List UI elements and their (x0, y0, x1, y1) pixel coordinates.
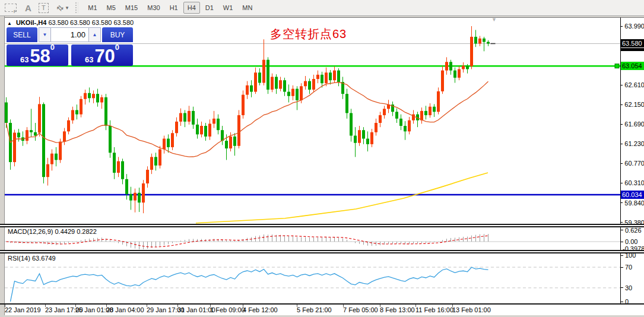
price-tick: 60.770 (621, 160, 644, 167)
chevron-down-icon[interactable]: ▾ (66, 5, 69, 11)
collapse-triangle-icon[interactable]: ▲ (7, 21, 12, 26)
ask-big-figure: 63 (85, 55, 93, 64)
ask-price-display[interactable]: 63 70 0 (71, 45, 133, 66)
timeframe-button-h1[interactable]: H1 (166, 2, 182, 14)
macd-axis-tick: 0.00 (621, 238, 644, 245)
buy-button[interactable]: BUY (102, 27, 133, 42)
sell-button[interactable]: SELL (7, 27, 37, 42)
partial-price-badge (621, 48, 644, 51)
time-label: 8 Feb 13:00 (380, 306, 415, 313)
rsi-axis-tick: 70 (621, 264, 644, 271)
time-label: 7 Feb 05:00 (343, 306, 378, 313)
symbol-title: UKOil-,H4 (16, 19, 46, 26)
bid-big-figure: 63 (20, 55, 28, 64)
rsi-line (11, 267, 488, 302)
chart-shift-marker-icon[interactable]: ▼ (491, 17, 497, 23)
toolbar-separator (75, 2, 78, 13)
current-price-badge: 63.580 (621, 39, 644, 47)
time-label: 13 Feb 01:00 (452, 306, 491, 313)
text-label-tool-icon[interactable]: A (25, 3, 31, 13)
ohlc-quotes: 63.580 63.580 63.580 63.580 (48, 19, 134, 26)
panel-splitter[interactable] (0, 250, 644, 253)
resistance-price-badge: 63.054 (621, 62, 644, 70)
bid-price-display[interactable]: 63 58 0 (7, 45, 68, 66)
timeframe-button-w1[interactable]: W1 (219, 2, 237, 14)
rsi-indicator-label: RSI(14) 63.6749 (8, 255, 56, 262)
timeframe-button-m5[interactable]: M5 (103, 2, 120, 14)
text-tool-icon[interactable]: T (39, 3, 49, 13)
arrow-objects-icon[interactable]: ⇄ (57, 4, 64, 12)
volume-input[interactable]: 1.00 (51, 27, 88, 42)
ask-pips: 70 (94, 49, 115, 64)
rsi-axis-tick: 30 (621, 284, 644, 291)
chinese-annotation: 多空转折点63 (270, 26, 347, 42)
template-frame-icon[interactable]: F (5, 4, 17, 12)
chart-header: ▲ UKOil-,H4 63.580 63.580 63.580 63.580 (7, 19, 134, 26)
window-left-frame (0, 16, 5, 317)
macd-axis-tick: 0.626 (621, 227, 644, 234)
bid-pipette: 0 (50, 45, 55, 50)
price-tick: 63.990 (621, 23, 644, 30)
rsi-chart (5, 253, 620, 303)
ask-pipette: 0 (115, 45, 119, 50)
timeframe-button-m1[interactable]: M1 (84, 2, 101, 14)
time-label: 22 Jan 2019 (5, 306, 41, 313)
price-tick: 60.310 (621, 179, 644, 186)
timeframe-bar: M1M5M15M30H1H4D1W1MN (83, 2, 257, 14)
price-tick: 61.230 (621, 140, 644, 147)
hline-handle[interactable] (615, 64, 619, 68)
timeframe-button-m15[interactable]: M15 (121, 2, 142, 14)
time-label: 4 Feb 12:00 (243, 306, 278, 313)
price-tick: 61.690 (621, 121, 644, 128)
macd-chart (5, 227, 620, 250)
price-tick: 62.150 (621, 101, 644, 108)
timeframe-button-mn[interactable]: MN (238, 2, 256, 14)
time-label: 5 Feb 21:00 (297, 306, 332, 313)
time-label: 11 Feb 16:00 (415, 306, 453, 313)
time-label: 28 Jan 04:00 (106, 306, 144, 313)
timeframe-button-d1[interactable]: D1 (201, 2, 218, 14)
volume-up-button[interactable]: ▲ (88, 27, 101, 42)
toolbar: F A T ⇄ ▾ M1M5M15M30H1H4D1W1MN (0, 0, 644, 16)
timeframe-button-m30[interactable]: M30 (143, 2, 164, 14)
price-tick: 62.610 (621, 81, 644, 88)
price-tick: 59.840 (621, 199, 644, 207)
bid-pips: 58 (30, 49, 50, 64)
slow-ma-line (196, 173, 488, 223)
time-label: 1 Feb 09:00 (210, 306, 245, 313)
support-price-badge: 60.034 (621, 191, 644, 199)
macd-indicator-label: MACD(12,26,9) 0.4429 0.2822 (8, 228, 97, 235)
panel-splitter (0, 303, 644, 305)
volume-down-button[interactable]: ▼ (39, 27, 51, 42)
panel-splitter[interactable] (0, 224, 644, 227)
mt4-window: F A T ⇄ ▾ M1M5M15M30H1H4D1W1MN ▲ UKOil-,… (0, 0, 644, 317)
timeframe-button-h4[interactable]: H4 (183, 2, 200, 14)
one-click-trading-panel: SELL ▼ 1.00 ▲ BUY 63 58 0 63 70 0 (7, 27, 141, 66)
